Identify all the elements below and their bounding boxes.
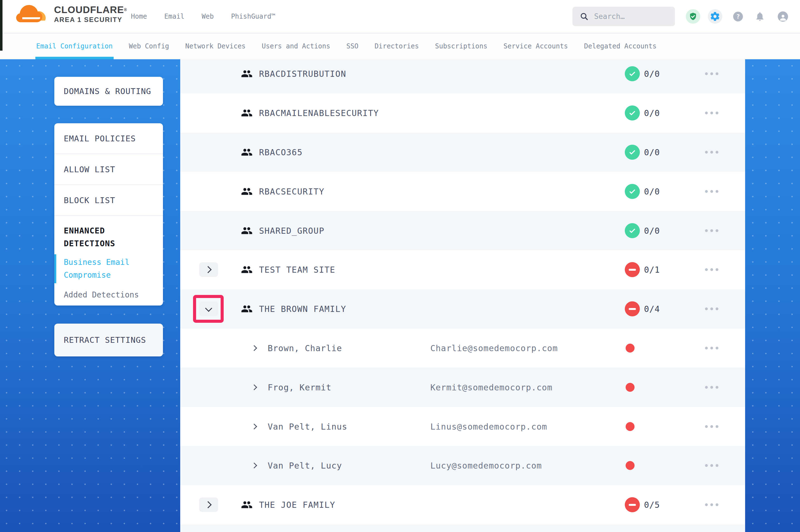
member-email: Charlie@somedemocorp.com bbox=[430, 343, 558, 353]
dot bbox=[715, 307, 719, 310]
group-row: RBACDISTRUBUTION0/0 bbox=[180, 59, 745, 94]
row-menu-button[interactable] bbox=[705, 307, 719, 310]
nav-home[interactable]: Home bbox=[131, 13, 147, 20]
search-input[interactable] bbox=[594, 12, 670, 21]
dot bbox=[710, 307, 713, 310]
row-menu-button[interactable] bbox=[705, 190, 719, 193]
sidebar-item-block-list[interactable]: BLOCK LIST bbox=[54, 185, 163, 215]
expand-group-button[interactable] bbox=[199, 262, 218, 277]
dot bbox=[705, 425, 708, 428]
group-people-icon bbox=[241, 68, 253, 80]
dot bbox=[705, 386, 708, 389]
dot bbox=[705, 72, 708, 75]
row-menu-button[interactable] bbox=[705, 151, 719, 154]
sidebar-item-business-email-compromise[interactable]: Business Email Compromise bbox=[54, 256, 163, 282]
group-name: TEST TEAM SITE bbox=[259, 265, 335, 274]
account-icon[interactable] bbox=[778, 12, 788, 22]
dot bbox=[710, 347, 713, 349]
status-ok-badge bbox=[625, 106, 640, 120]
nav-web[interactable]: Web bbox=[202, 13, 214, 20]
dot bbox=[715, 229, 719, 232]
member-count: 0/4 bbox=[644, 304, 660, 314]
tab-web-config[interactable]: Web Config bbox=[129, 33, 169, 59]
search-box[interactable] bbox=[572, 7, 675, 26]
partial-row bbox=[180, 525, 745, 532]
group-name: THE JOE FAMILY bbox=[259, 500, 335, 510]
dot bbox=[715, 386, 719, 389]
brand-subtitle: AREA 1 SECURITY bbox=[54, 15, 127, 24]
search-icon bbox=[580, 12, 588, 21]
active-accent-bar bbox=[54, 254, 56, 283]
member-row: Van Pelt, LucyLucy@somedemocorp.com bbox=[180, 446, 745, 485]
chevron-right-icon bbox=[204, 501, 212, 508]
dot bbox=[715, 347, 719, 349]
notifications-bell-icon[interactable] bbox=[754, 11, 765, 22]
dot bbox=[715, 504, 719, 506]
dot bbox=[710, 190, 713, 193]
row-menu-button[interactable] bbox=[705, 347, 719, 349]
header-icons: ? bbox=[686, 0, 788, 33]
sidebar-item-email-policies[interactable]: EMAIL POLICIES bbox=[54, 123, 163, 154]
member-row: Brown, CharlieCharlie@somedemocorp.com bbox=[180, 329, 745, 368]
minus-icon bbox=[629, 504, 636, 506]
row-menu-button[interactable] bbox=[705, 112, 719, 114]
chevron-right-icon[interactable] bbox=[251, 384, 257, 390]
help-icon[interactable]: ? bbox=[733, 12, 743, 21]
shield-check-icon[interactable] bbox=[686, 9, 700, 24]
tab-sso[interactable]: SSO bbox=[346, 33, 358, 59]
group-people-icon bbox=[241, 303, 253, 315]
row-menu-button[interactable] bbox=[705, 504, 719, 506]
dot bbox=[710, 504, 713, 506]
tab-users-and-actions[interactable]: Users and Actions bbox=[262, 33, 330, 59]
row-menu-button[interactable] bbox=[705, 464, 719, 467]
sidebar-card-1: DOMAINS & ROUTING bbox=[54, 77, 163, 106]
group-row: TEST TEAM SITE0/1 bbox=[180, 250, 745, 289]
nav-email[interactable]: Email bbox=[164, 13, 184, 20]
tab-directories[interactable]: Directories bbox=[375, 33, 419, 59]
top-nav: HomeEmailWebPhishGuard™ bbox=[131, 0, 292, 33]
nav-phishguard[interactable]: PhishGuard™ bbox=[231, 13, 275, 20]
tab-service-accounts[interactable]: Service Accounts bbox=[504, 33, 568, 59]
sidebar-item-domains-routing[interactable]: DOMAINS & ROUTING bbox=[54, 77, 163, 106]
dot bbox=[710, 425, 713, 428]
row-menu-button[interactable] bbox=[705, 72, 719, 75]
collapse-group-button[interactable] bbox=[199, 302, 218, 316]
tab-delegated-accounts[interactable]: Delegated Accounts bbox=[584, 33, 657, 59]
group-people-icon bbox=[241, 225, 253, 236]
sidebar-item-added-detections[interactable]: Added Detections bbox=[54, 289, 163, 301]
tab-email-configuration[interactable]: Email Configuration bbox=[36, 33, 113, 59]
sidebar-item-allow-list[interactable]: ALLOW LIST bbox=[54, 154, 163, 185]
cloudflare-logo[interactable]: CLOUDFLARE® AREA 1 SECURITY bbox=[15, 3, 127, 25]
tab-subscriptions[interactable]: Subscriptions bbox=[435, 33, 488, 59]
member-name: Van Pelt, Lucy bbox=[268, 461, 342, 471]
row-menu-button[interactable] bbox=[705, 229, 719, 232]
dot bbox=[715, 425, 719, 428]
expand-group-button[interactable] bbox=[199, 497, 218, 512]
dot bbox=[705, 151, 708, 154]
row-menu-button[interactable] bbox=[705, 386, 719, 389]
main-area: RBACDISTRUBUTION0/0RBACMAILENABLESECURIT… bbox=[0, 59, 800, 532]
sidebar-item-retract-settings[interactable]: RETRACT SETTINGS bbox=[54, 324, 163, 357]
dot bbox=[715, 190, 719, 193]
member-row: Van Pelt, LinusLinus@somedemocorp.com bbox=[180, 407, 745, 446]
brand-name: CLOUDFLARE® bbox=[54, 4, 127, 15]
area1-security-app: CLOUDFLARE® AREA 1 SECURITY HomeEmailWeb… bbox=[0, 0, 800, 532]
chevron-right-icon[interactable] bbox=[251, 345, 257, 351]
group-name: RBACMAILENABLESECURITY bbox=[259, 108, 379, 118]
chevron-right-icon[interactable] bbox=[251, 423, 257, 429]
group-people-icon bbox=[241, 499, 253, 511]
group-row: RBACSECURITY0/0 bbox=[180, 172, 745, 211]
member-email: Lucy@somedemocorp.com bbox=[430, 461, 542, 471]
dot bbox=[705, 190, 708, 193]
row-menu-button[interactable] bbox=[705, 268, 719, 271]
status-blocked-badge bbox=[625, 497, 640, 512]
settings-gear-icon[interactable] bbox=[708, 9, 722, 24]
status-ok-badge bbox=[625, 184, 640, 199]
member-count: 0/0 bbox=[644, 69, 660, 79]
chevron-right-icon[interactable] bbox=[251, 463, 257, 469]
tab-network-devices[interactable]: Network Devices bbox=[185, 33, 246, 59]
config-tabbar: Email ConfigurationWeb ConfigNetwork Dev… bbox=[0, 33, 800, 59]
row-menu-button[interactable] bbox=[705, 425, 719, 428]
member-count: 0/0 bbox=[644, 147, 660, 157]
group-row: THE JOE FAMILY0/5 bbox=[180, 485, 745, 525]
